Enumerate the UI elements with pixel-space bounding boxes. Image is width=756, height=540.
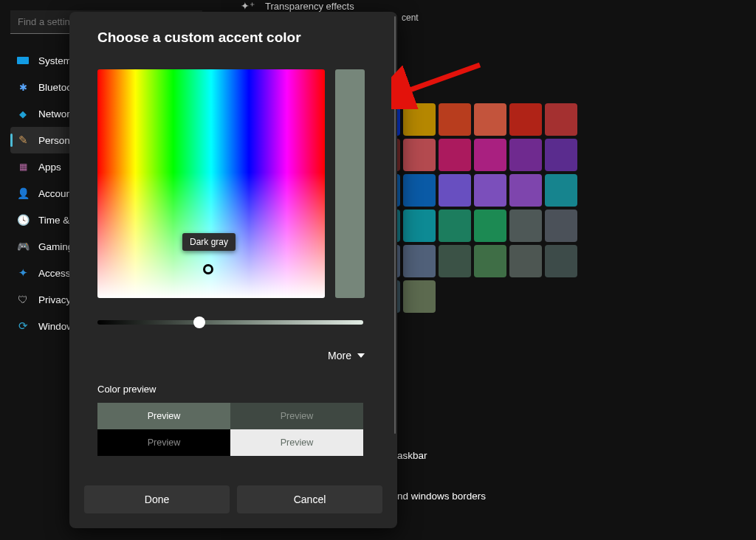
color-swatch-grid <box>368 103 577 313</box>
color-swatch[interactable] <box>509 245 542 277</box>
color-swatch[interactable] <box>545 103 577 136</box>
more-toggle[interactable]: More <box>328 350 365 361</box>
shield-icon: 🛡 <box>16 294 30 305</box>
color-swatch[interactable] <box>509 174 542 207</box>
modal-actions: Done Cancel <box>84 485 382 513</box>
modal-title: Choose a custom accent color <box>97 30 301 46</box>
color-swatch[interactable] <box>403 139 436 171</box>
color-swatch[interactable] <box>509 103 542 136</box>
done-button[interactable]: Done <box>84 485 230 513</box>
color-swatch[interactable] <box>474 174 506 207</box>
value-slider-track[interactable] <box>97 320 363 325</box>
color-preview-label: Color preview <box>97 384 156 395</box>
color-swatch[interactable] <box>403 280 436 313</box>
setting-taskbar: askbar <box>397 450 427 461</box>
color-swatch[interactable] <box>474 210 506 242</box>
transparency-row[interactable]: ✦⁺ Transparency effects <box>241 0 354 12</box>
wifi-icon: ◆ <box>16 108 30 120</box>
color-tooltip: Dark gray <box>182 233 236 251</box>
accessibility-icon: ✦ <box>16 266 30 280</box>
preview-tile: Preview <box>230 403 363 429</box>
color-field[interactable]: Dark gray <box>97 69 325 298</box>
chevron-down-icon <box>357 353 365 358</box>
color-swatch[interactable] <box>439 245 471 277</box>
clock-icon: 🕓 <box>16 214 30 226</box>
update-icon: ⟳ <box>16 319 30 333</box>
color-picker-modal: Choose a custom accent color Dark gray M… <box>69 12 397 528</box>
transparency-label: Transparency effects <box>265 1 354 12</box>
color-swatch[interactable] <box>403 245 436 277</box>
value-slider-thumb[interactable] <box>193 316 205 328</box>
color-swatch[interactable] <box>403 210 436 242</box>
color-swatch[interactable] <box>545 139 577 171</box>
setting-borders: nd windows borders <box>397 491 486 502</box>
color-swatch[interactable] <box>439 139 471 171</box>
person-icon: 👤 <box>16 187 30 199</box>
color-swatch[interactable] <box>439 174 471 207</box>
color-swatch[interactable] <box>545 210 577 242</box>
color-cursor[interactable] <box>203 264 213 274</box>
color-swatch[interactable] <box>474 103 506 136</box>
color-preview-grid: Preview Preview Preview Preview <box>97 403 363 456</box>
brush-icon: ✎ <box>16 134 30 147</box>
sidebar-item-label: Apps <box>38 162 61 173</box>
apps-icon: ▦ <box>16 162 30 172</box>
gaming-icon: 🎮 <box>16 240 30 252</box>
sidebar-item-label: System <box>38 55 72 66</box>
color-swatch[interactable] <box>545 174 577 207</box>
selected-color-bar <box>335 69 365 298</box>
preview-tile: Preview <box>97 403 230 429</box>
color-swatch[interactable] <box>439 210 471 242</box>
preview-tile: Preview <box>97 429 230 456</box>
cancel-button[interactable]: Cancel <box>237 485 382 513</box>
sidebar-item-label: Gaming <box>38 241 73 252</box>
color-swatch[interactable] <box>474 139 506 171</box>
scrollbar[interactable] <box>394 16 396 434</box>
display-icon <box>16 57 30 64</box>
color-swatch[interactable] <box>474 245 506 277</box>
more-label: More <box>328 350 351 361</box>
bluetooth-icon: ✱ <box>16 82 30 93</box>
color-swatch[interactable] <box>439 103 471 136</box>
accent-badge-text: cent <box>402 13 419 23</box>
color-swatch[interactable] <box>509 139 542 171</box>
color-swatch[interactable] <box>509 210 542 242</box>
color-swatch[interactable] <box>403 103 436 136</box>
sparkle-icon: ✦⁺ <box>241 0 255 12</box>
sidebar-item-label: Privacy <box>38 294 71 305</box>
preview-tile: Preview <box>230 429 363 456</box>
color-swatch[interactable] <box>545 245 577 277</box>
color-swatch[interactable] <box>403 174 436 207</box>
